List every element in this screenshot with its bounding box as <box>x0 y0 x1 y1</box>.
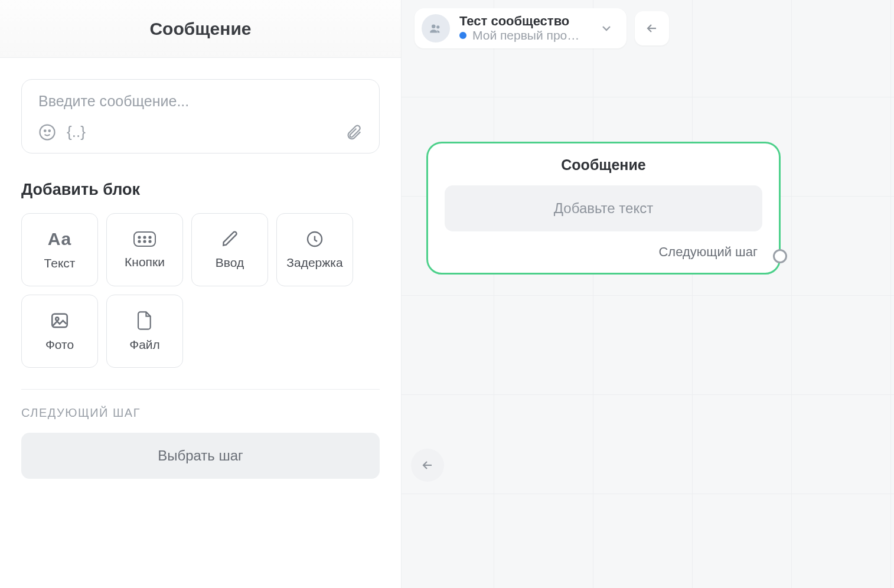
panel-title: Сообщение <box>149 19 251 39</box>
message-composer: {..} <box>21 79 380 153</box>
community-avatar-icon <box>422 14 450 43</box>
text-icon: Aa <box>48 229 71 249</box>
block-label: Фото <box>45 338 74 352</box>
node-title: Сообщение <box>445 156 762 174</box>
block-label: Ввод <box>216 256 244 270</box>
svg-point-2 <box>49 130 51 132</box>
project-title: Тест сообщество <box>459 14 579 28</box>
project-subtitle: Мой первый про… <box>472 28 579 43</box>
block-tile-input[interactable]: Ввод <box>191 213 268 286</box>
editor-panel: Сообщение {..} <box>0 0 402 588</box>
block-tile-delay[interactable]: Задержка <box>276 213 353 286</box>
image-icon <box>50 311 70 331</box>
panel-header: Сообщение <box>0 0 401 58</box>
block-tile-buttons[interactable]: Кнопки <box>106 213 183 286</box>
svg-point-14 <box>436 25 439 28</box>
block-label: Кнопки <box>125 255 165 269</box>
message-input[interactable] <box>38 93 363 110</box>
svg-point-8 <box>143 240 145 242</box>
divider <box>21 389 380 390</box>
block-label: Задержка <box>286 256 342 270</box>
variable-icon[interactable]: {..} <box>67 123 86 141</box>
status-dot-icon <box>459 32 466 39</box>
block-tile-photo[interactable]: Фото <box>21 295 98 368</box>
flow-canvas[interactable]: Тест сообщество Мой первый про… Сообщени… <box>402 0 894 588</box>
svg-point-7 <box>138 240 140 242</box>
project-subtitle-row: Мой первый про… <box>459 28 579 43</box>
block-tile-file[interactable]: Файл <box>106 295 183 368</box>
svg-point-13 <box>432 25 436 29</box>
chevron-down-icon[interactable] <box>599 21 614 35</box>
svg-rect-3 <box>134 232 155 246</box>
file-icon <box>136 311 154 331</box>
svg-point-12 <box>56 318 58 321</box>
message-node[interactable]: Сообщение Добавьте текст Следующий шаг <box>426 142 781 275</box>
block-tile-text[interactable]: Aa Текст <box>21 213 98 286</box>
clock-icon <box>305 230 324 249</box>
svg-point-4 <box>138 236 140 238</box>
node-next-label: Следующий шаг <box>445 244 762 260</box>
svg-point-6 <box>149 236 151 238</box>
start-arrow-button[interactable] <box>411 449 444 482</box>
add-block-heading: Добавить блок <box>21 181 380 199</box>
svg-point-5 <box>143 236 145 238</box>
message-toolbar: {..} <box>38 123 363 141</box>
keyboard-icon <box>133 230 156 248</box>
svg-point-1 <box>44 130 46 132</box>
choose-step-button[interactable]: Выбрать шаг <box>21 433 380 479</box>
node-output-port[interactable] <box>773 249 787 263</box>
block-label: Текст <box>44 256 76 270</box>
block-label: Файл <box>129 338 160 352</box>
node-text-placeholder[interactable]: Добавьте текст <box>445 185 762 231</box>
svg-point-9 <box>149 240 151 242</box>
attachment-icon[interactable] <box>345 123 363 141</box>
project-selector[interactable]: Тест сообщество Мой первый про… <box>415 8 627 48</box>
block-grid: Aa Текст Кнопки <box>21 213 380 368</box>
svg-rect-11 <box>52 314 67 328</box>
back-button[interactable] <box>635 11 669 45</box>
emoji-icon[interactable] <box>38 123 56 141</box>
pencil-icon <box>220 230 239 249</box>
next-step-caption: СЛЕДУЮЩИЙ ШАГ <box>21 406 380 420</box>
breadcrumb: Тест сообщество Мой первый про… <box>415 8 669 48</box>
svg-point-0 <box>40 125 55 139</box>
